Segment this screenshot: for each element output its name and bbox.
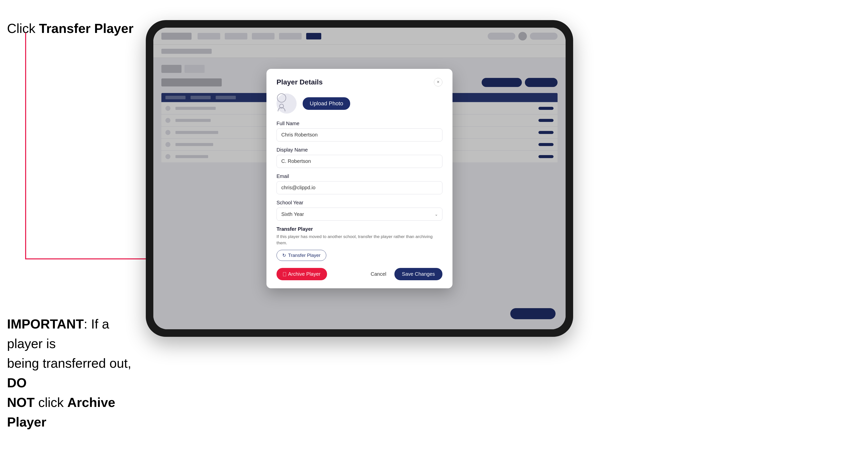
instruction-bottom: IMPORTANT: If a player isbeing transferr… bbox=[7, 314, 148, 432]
transfer-icon: ↻ bbox=[282, 253, 286, 258]
modal-overlay: Player Details × ◯ Upload Photo bbox=[153, 28, 566, 329]
cancel-button[interactable]: Cancel bbox=[367, 269, 391, 280]
instruction-important: IMPORTANT bbox=[7, 317, 84, 331]
full-name-input[interactable] bbox=[277, 128, 442, 142]
transfer-btn-label: Transfer Player bbox=[288, 253, 320, 258]
display-name-label: Display Name bbox=[277, 147, 442, 153]
avatar-icon: ◯ bbox=[277, 92, 297, 115]
school-year-label: School Year bbox=[277, 200, 442, 206]
modal-title: Player Details bbox=[277, 78, 323, 86]
arrow-vertical-line bbox=[25, 33, 26, 259]
upload-photo-button[interactable]: Upload Photo bbox=[303, 97, 350, 110]
modal-close-button[interactable]: × bbox=[434, 78, 442, 87]
school-year-group: School Year Sixth Year Fifth Year Fourth… bbox=[277, 200, 442, 221]
transfer-section-description: If this player has moved to another scho… bbox=[277, 234, 442, 246]
archive-btn-label: Archive Player bbox=[288, 271, 320, 277]
archive-player-button[interactable]: ⎕ Archive Player bbox=[277, 268, 327, 280]
player-details-modal: Player Details × ◯ Upload Photo bbox=[267, 69, 453, 288]
save-changes-button[interactable]: Save Changes bbox=[395, 268, 442, 280]
avatar-circle: ◯ bbox=[277, 93, 297, 114]
display-name-group: Display Name bbox=[277, 147, 442, 168]
avatar-section: ◯ Upload Photo bbox=[277, 93, 442, 114]
tablet-device: Player Details × ◯ Upload Photo bbox=[146, 20, 573, 337]
email-group: Email bbox=[277, 174, 442, 194]
modal-footer: ⎕ Archive Player Cancel Save Changes bbox=[277, 268, 442, 280]
modal-header: Player Details × bbox=[277, 78, 442, 87]
full-name-group: Full Name bbox=[277, 121, 442, 142]
transfer-player-button[interactable]: ↻ Transfer Player bbox=[277, 250, 326, 261]
school-year-select-wrapper: Sixth Year Fifth Year Fourth Year Third … bbox=[277, 208, 442, 221]
school-year-select[interactable]: Sixth Year Fifth Year Fourth Year Third … bbox=[277, 208, 442, 221]
display-name-input[interactable] bbox=[277, 155, 442, 168]
instruction-click: click bbox=[35, 395, 67, 410]
instruction-top-prefix: Click bbox=[7, 21, 39, 36]
email-input[interactable] bbox=[277, 181, 442, 194]
archive-icon: ⎕ bbox=[283, 271, 286, 277]
instruction-do-not: DONOT bbox=[7, 375, 35, 410]
tablet-screen: Player Details × ◯ Upload Photo bbox=[153, 28, 566, 329]
transfer-section-title: Transfer Player bbox=[277, 226, 442, 232]
instruction-top-bold: Transfer Player bbox=[39, 21, 133, 36]
transfer-player-section: Transfer Player If this player has moved… bbox=[277, 226, 442, 261]
email-label: Email bbox=[277, 174, 442, 179]
full-name-label: Full Name bbox=[277, 121, 442, 126]
